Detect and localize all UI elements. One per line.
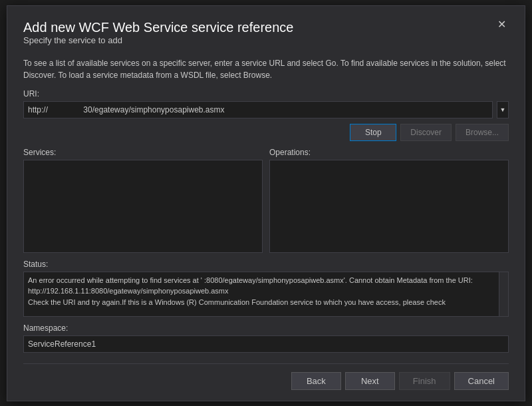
- status-section: Status: An error occurred while attempti…: [23, 260, 509, 317]
- status-label: Status:: [23, 260, 509, 269]
- services-listbox[interactable]: [23, 160, 263, 253]
- back-button[interactable]: Back: [291, 372, 341, 390]
- uri-label: URI:: [23, 89, 509, 99]
- services-label: Services:: [23, 148, 263, 157]
- stop-button[interactable]: Stop: [350, 124, 396, 141]
- panels-row: Services: Operations:: [23, 148, 509, 253]
- operations-label: Operations:: [269, 148, 509, 157]
- close-button[interactable]: ✕: [495, 19, 509, 30]
- next-button[interactable]: Next: [345, 372, 395, 390]
- uri-row: ▼: [23, 101, 509, 118]
- uri-input[interactable]: [23, 101, 493, 118]
- namespace-section: Namespace:: [23, 323, 509, 353]
- description-text: To see a list of available services on a…: [23, 57, 509, 81]
- status-scrollbar[interactable]: [499, 272, 508, 316]
- status-text: An error occurred while attempting to fi…: [28, 275, 504, 308]
- cancel-button[interactable]: Cancel: [454, 372, 509, 390]
- services-section: Services:: [23, 148, 263, 253]
- dialog-subtitle: Specify the service to add: [23, 35, 293, 45]
- dialog: Add new WCF Web Service service referenc…: [7, 5, 525, 401]
- finish-button[interactable]: Finish: [399, 372, 450, 390]
- namespace-label: Namespace:: [23, 323, 509, 333]
- footer-row: Back Next Finish Cancel: [23, 363, 509, 390]
- browse-button[interactable]: Browse...: [456, 124, 509, 141]
- operations-listbox[interactable]: [269, 160, 509, 253]
- operations-section: Operations:: [269, 148, 509, 253]
- discover-button[interactable]: Discover: [400, 124, 452, 141]
- action-buttons: Stop Discover Browse...: [23, 124, 509, 141]
- namespace-input[interactable]: [23, 335, 509, 353]
- title-bar: Add new WCF Web Service service referenc…: [23, 19, 509, 55]
- dialog-title: Add new WCF Web Service service referenc…: [23, 19, 293, 35]
- status-box[interactable]: An error occurred while attempting to fi…: [23, 272, 509, 317]
- uri-dropdown-button[interactable]: ▼: [497, 101, 509, 118]
